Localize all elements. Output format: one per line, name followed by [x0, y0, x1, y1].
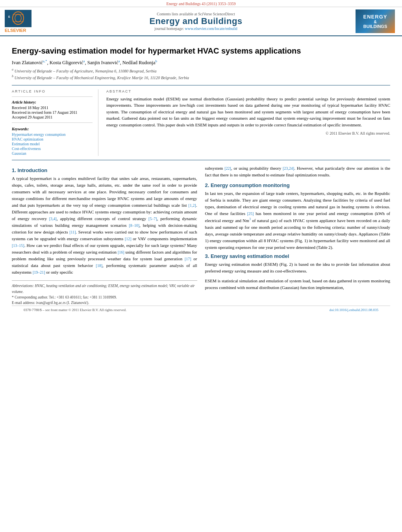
- accepted-date: Accepted 29 August 2011: [12, 115, 93, 119]
- author-1-sup: a,*: [43, 59, 47, 63]
- affiliation-b: b University of Belgrade – Faculty of Me…: [12, 74, 390, 81]
- journal-header: E ELSEVIER Contents lists available at S…: [0, 7, 402, 36]
- article-info-title: ARTICLE INFO: [12, 89, 93, 93]
- journal-citation: Energy and Buildings 43 (2011) 3353–3359: [167, 2, 236, 6]
- body-col-right: subsystem [22], or using probability the…: [205, 165, 391, 306]
- author-2: Kosta Gligorevića: [50, 60, 85, 65]
- abstract-copyright: © 2011 Elsevier B.V. All rights reserved…: [106, 131, 390, 135]
- author-3: Sanjin Ivanovića: [87, 60, 120, 65]
- estimation-text-2: ESEM is statistical simulation and emula…: [205, 278, 391, 291]
- abstract-col: ABSTRACT Energy saving estimation model …: [106, 89, 390, 156]
- journal-title: Energy and Buildings: [36, 16, 356, 26]
- abstract-title: ABSTRACT: [106, 89, 390, 93]
- estimation-heading: 3. Energy saving estimation model: [205, 253, 391, 259]
- received-date: Received 18 May 2011: [12, 106, 93, 110]
- article-history-label: Article history:: [12, 100, 93, 104]
- energy-monitoring-heading: 2. Energy consumption monitoring: [205, 182, 391, 188]
- corresponding-line: * Corresponding author. Tel.: +381 63 40…: [12, 295, 197, 300]
- estimation-text-1: Energy saving estimation model (ESEM) (F…: [205, 261, 391, 274]
- revised-date: Received in revised form 17 August 2011: [12, 110, 93, 115]
- footnotes: Abbreviations: HVAC, heating ventilation…: [12, 280, 197, 306]
- keyword-1: Hypermarket energy consumption: [12, 132, 93, 137]
- authors-line: Ivan Zlatanovića,*, Kosta Gligorevića, S…: [12, 59, 390, 66]
- article-info-col: ARTICLE INFO Article history: Received 1…: [12, 89, 98, 156]
- intro-heading: 1. Introduction: [12, 167, 197, 173]
- elsevier-logo: E ELSEVIER: [5, 10, 36, 33]
- energy-monitoring-text: In last ten years, the expansion of larg…: [205, 190, 391, 251]
- body-col-left: 1. Introduction A typical hypermarket is…: [12, 165, 197, 306]
- keyword-3: Estimation model: [12, 142, 93, 146]
- article-info-abstract: ARTICLE INFO Article history: Received 1…: [12, 85, 390, 160]
- keywords-label: Keywords:: [12, 127, 93, 131]
- footer-issn: 0378-7788/$ – see front matter © 2011 El…: [24, 308, 126, 312]
- intro-cont-text: subsystem [22], or using probability the…: [205, 165, 391, 178]
- elsevier-text: ELSEVIER: [5, 28, 31, 33]
- author-4-sup: b: [156, 59, 157, 63]
- keyword-2: HVAC optimization: [12, 137, 93, 141]
- author-3-sup: a: [119, 59, 120, 63]
- abbreviations-line: Abbreviations: HVAC, heating ventilation…: [12, 283, 197, 295]
- keyword-4: Cost-effectiveness: [12, 146, 93, 151]
- article-container: Energy-saving estimation model for hyper…: [0, 36, 402, 318]
- footer-bar: 0378-7788/$ – see front matter © 2011 El…: [12, 306, 390, 314]
- keyword-5: Gaussian: [12, 151, 93, 156]
- svg-rect-0: [6, 11, 30, 26]
- abstract-text: Energy saving estimation model (ESEM) us…: [106, 96, 390, 128]
- email-line: E-mail address: ivan@agrif.bg.ac.rs (I. …: [12, 300, 197, 306]
- sciverse-label: Contents lists available at SciVerse Sci…: [36, 12, 356, 16]
- elsevier-logo-box: E: [5, 10, 31, 27]
- author-2-sup: a: [83, 59, 85, 63]
- affiliations: a University of Belgrade – Faculty of Ag…: [12, 67, 390, 81]
- affiliation-a: a University of Belgrade – Faculty of Ag…: [12, 67, 390, 74]
- body-two-col: 1. Introduction A typical hypermarket is…: [12, 165, 390, 306]
- author-4: Nedžad Rudonjab: [122, 60, 157, 65]
- journal-header-center: Contents lists available at SciVerse Sci…: [36, 12, 356, 31]
- article-title: Energy-saving estimation model for hyper…: [12, 46, 390, 56]
- journal-citation-bar: Energy and Buildings 43 (2011) 3353–3359: [0, 0, 402, 7]
- intro-text: A typical hypermarket is a complex multi…: [12, 175, 197, 276]
- svg-text:E: E: [8, 15, 10, 18]
- journal-homepage: journal homepage: www.elsevier.com/locat…: [36, 26, 356, 31]
- journal-logo-right: ENERGY & BUILDINGS: [356, 9, 395, 33]
- homepage-url: www.elsevier.com/locate/enbuild: [185, 26, 237, 31]
- footer-doi: doi:10.1016/j.enbuild.2011.08.035: [330, 308, 378, 312]
- author-1: Ivan Zlatanovića,*: [12, 60, 47, 65]
- homepage-label: journal homepage:: [154, 26, 184, 31]
